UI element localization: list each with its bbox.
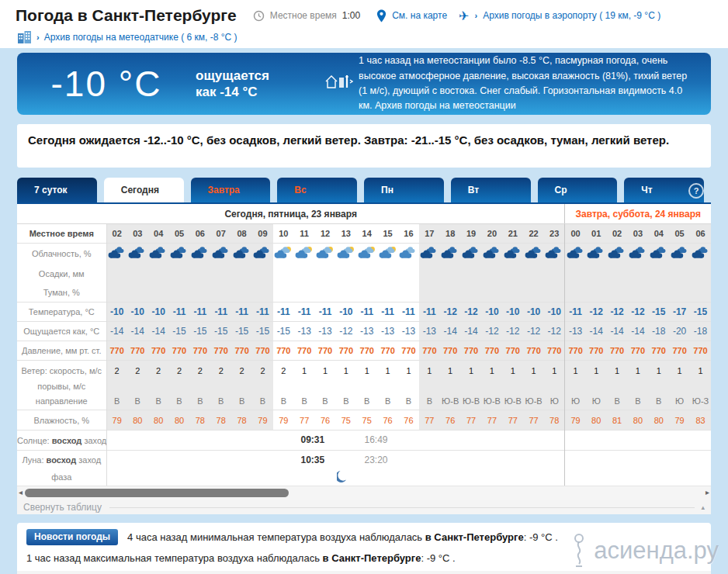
scroll-right-arrow[interactable]: ▸ <box>705 488 709 496</box>
precip-cell <box>669 264 690 283</box>
collapse-table-label: Свернуть таблицу <box>23 502 102 513</box>
humidity-cell: 77 <box>523 410 544 430</box>
news-badge[interactable]: Новости погоды <box>26 529 118 545</box>
gusts-cell <box>419 380 440 392</box>
feels-cell: -14 <box>627 322 648 341</box>
temp-cell: -15 <box>648 303 669 322</box>
feels-cell: -20 <box>669 322 690 341</box>
pressure-cell: 770 <box>461 341 482 361</box>
gusts-cell <box>690 380 711 392</box>
fog-cell <box>148 283 169 303</box>
gusts-cell <box>148 380 169 392</box>
wind_speed-cell: 1 <box>294 361 315 381</box>
temp-cell: -12 <box>461 303 482 322</box>
tab-вт[interactable]: Вт <box>451 178 531 202</box>
direction-cell: В <box>419 392 440 410</box>
humidity-cell: 80 <box>127 410 148 430</box>
row-feels: Ощущается как, °C-14-14-14-15-15-15-15-1… <box>17 322 711 341</box>
pressure-cell: 770 <box>419 341 440 361</box>
time-cell: 19 <box>461 224 482 244</box>
humidity-cell: 80 <box>627 410 648 430</box>
clouds-cell <box>315 244 336 265</box>
local-time-label: Местное время <box>270 10 337 21</box>
row-direction: направлениеВВВВВВВВВВВВВВВВЮ-ВЮ-ВЮ-ВЮ-ВЮ… <box>17 392 711 410</box>
precip-cell <box>252 264 273 283</box>
temp-cell: -11 <box>398 303 419 322</box>
gusts-cell <box>127 380 148 392</box>
direction-cell: Ю <box>586 392 607 410</box>
time-cell: 01 <box>586 224 607 244</box>
time-cell: 00 <box>565 224 586 244</box>
pressure-cell: 770 <box>169 341 190 361</box>
gusts-cell <box>627 380 648 392</box>
collapse-table-bar[interactable]: Свернуть таблицу ▴ <box>17 500 711 514</box>
collapse-text-bar[interactable]: Свернуть текст ▴ <box>17 571 711 574</box>
gusts-cell <box>231 380 252 392</box>
precip-cell <box>502 264 523 283</box>
current-conditions-text: 1 час назад на метеостанции было -8.5 °C… <box>359 54 711 114</box>
wind_speed-cell: 2 <box>273 361 294 381</box>
fog-cell <box>586 283 607 303</box>
wind_speed-cell: 1 <box>607 361 628 381</box>
moon-phase-cell <box>106 469 565 486</box>
precip-cell <box>148 264 169 283</box>
clouds-cell <box>690 244 711 265</box>
wind_speed-cell: 1 <box>544 361 565 381</box>
feels-cell: -18 <box>690 322 711 341</box>
gusts-cell <box>523 380 544 392</box>
sensor-archive-link[interactable]: Архив погоды на метеодатчике ( 6 км, -8 … <box>44 32 237 43</box>
temp-cell: -10 <box>106 303 127 322</box>
humidity-cell: 78 <box>544 410 565 430</box>
gusts-cell <box>315 380 336 392</box>
clouds-cell <box>648 244 669 265</box>
precip-cell <box>273 264 294 283</box>
temp-cell: -11 <box>189 303 210 322</box>
tab-вс[interactable]: Вс <box>277 178 357 202</box>
feels-cell: -13 <box>356 322 377 341</box>
fog-cell <box>210 283 231 303</box>
clouds-cell <box>586 244 607 265</box>
temp-cell: -12 <box>607 303 628 322</box>
wind_speed-cell: 1 <box>440 361 461 381</box>
station-archive-link[interactable]: Архив погоды на метеостанции <box>375 100 516 111</box>
temp-cell: -11 <box>294 303 315 322</box>
help-icon[interactable]: ? <box>688 183 704 199</box>
feels-cell: -14 <box>440 322 461 341</box>
direction-cell: Ю-В <box>481 392 502 410</box>
temp-cell: -11 <box>315 303 336 322</box>
clouds-cell <box>252 244 273 265</box>
pressure-cell: 770 <box>231 341 252 361</box>
feels-cell: -14 <box>148 322 169 341</box>
tab-завтра[interactable]: Завтра <box>191 178 271 202</box>
time-cell: 16 <box>398 224 419 244</box>
tab-сегодня[interactable]: Сегодня <box>104 178 184 202</box>
fog-cell <box>627 283 648 303</box>
pressure-cell: 770 <box>315 341 336 361</box>
map-link[interactable]: См. на карте <box>392 10 447 21</box>
gusts-cell <box>481 380 502 392</box>
airport-archive-link[interactable]: Архив погоды в аэропорту ( 19 км, -9 °C … <box>483 10 660 21</box>
precip-cell <box>210 264 231 283</box>
pressure-cell: 770 <box>440 341 461 361</box>
pressure-cell: 770 <box>586 341 607 361</box>
map-pin-icon <box>376 9 387 22</box>
fog-cell <box>294 283 315 303</box>
scroll-left-arrow[interactable]: ◂ <box>19 488 23 496</box>
direction-cell: В <box>377 392 398 410</box>
precip-cell <box>419 264 440 283</box>
time-cell: 04 <box>148 224 169 244</box>
tab-ср[interactable]: Ср <box>538 178 618 202</box>
row-label-moon: Луна: восход заход <box>17 451 106 469</box>
precip-cell <box>106 264 127 283</box>
fog-cell <box>669 283 690 303</box>
precip-cell <box>377 264 398 283</box>
humidity-cell: 81 <box>607 410 628 430</box>
scrollbar-thumb[interactable] <box>25 489 289 497</box>
precip-cell <box>586 264 607 283</box>
tab-7-суток[interactable]: 7 суток <box>17 178 97 202</box>
feels-cell: -12 <box>523 322 544 341</box>
tab-пн[interactable]: Пн <box>364 178 444 202</box>
time-cell: 03 <box>627 224 648 244</box>
precip-cell <box>231 264 252 283</box>
wind_speed-cell: 2 <box>210 361 231 381</box>
